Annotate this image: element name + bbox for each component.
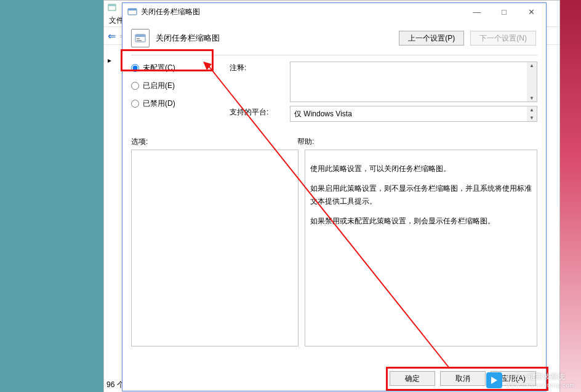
svg-rect-3 (128, 9, 137, 10)
help-text-2: 如果启用此策略设置，则不显示任务栏缩略图，并且系统将使用标准文本提供工具提示。 (310, 182, 532, 207)
radio-enabled-input[interactable] (131, 82, 139, 90)
watermark-line1: 白云一键重装系统 (506, 372, 575, 382)
close-button[interactable]: ✕ (518, 3, 545, 20)
dialog-title: 关闭任务栏缩略图 (141, 7, 200, 17)
svg-rect-5 (135, 34, 145, 37)
svg-rect-7 (137, 40, 142, 41)
radio-enabled[interactable]: 已启用(E) (131, 81, 230, 91)
comment-scrollbar[interactable]: ▲ ▼ (527, 62, 537, 102)
previous-setting-button[interactable]: 上一个设置(P) (399, 31, 464, 46)
svg-rect-6 (137, 38, 140, 39)
desktop-decoration (556, 0, 581, 392)
options-panel (131, 150, 299, 346)
dialog-icon (127, 7, 137, 17)
policy-header-title: 关闭任务栏缩略图 (156, 33, 393, 44)
radio-disabled-input[interactable] (131, 100, 139, 108)
app-icon (108, 3, 116, 12)
platform-scrollbar[interactable]: ▲ ▼ (527, 106, 537, 121)
scroll-down-icon[interactable]: ▼ (529, 95, 534, 102)
help-text-3: 如果禁用或未配置此策略设置，则会显示任务栏缩略图。 (310, 215, 532, 227)
bg-tree-item[interactable]: ▸ (108, 56, 111, 65)
radio-not-configured-label: 未配置(C) (143, 63, 175, 73)
svg-rect-1 (108, 4, 116, 6)
radio-not-configured-input[interactable] (131, 64, 139, 72)
radio-disabled[interactable]: 已禁用(D) (131, 98, 230, 109)
scroll-up-icon[interactable]: ▲ (529, 62, 534, 69)
scroll-up-icon[interactable]: ▲ (529, 106, 534, 113)
toolbar-back-icon[interactable]: ⇐ (108, 30, 116, 42)
minimize-button[interactable]: — (463, 3, 491, 20)
policy-dialog: 关闭任务栏缩略图 — □ ✕ 关闭任务栏缩略图 上一个设置(P) 下一个设置(N… (122, 2, 547, 391)
cancel-button[interactable]: 取消 (440, 371, 486, 386)
platform-label: 支持的平台: (230, 106, 285, 118)
platform-textbox: 仅 Windows Vista ▲ ▼ (290, 106, 537, 122)
radio-disabled-label: 已禁用(D) (143, 98, 175, 109)
radio-not-configured[interactable]: 未配置(C) (131, 63, 230, 73)
options-label: 选项: (131, 137, 297, 147)
ok-button[interactable]: 确定 (390, 371, 435, 386)
titlebar: 关闭任务栏缩略图 — □ ✕ (122, 3, 546, 20)
maximize-button[interactable]: □ (491, 3, 518, 20)
platform-value: 仅 Windows Vista (294, 109, 352, 119)
help-panel: 使用此策略设置，可以关闭任务栏缩略图。 如果启用此策略设置，则不显示任务栏缩略图… (305, 150, 537, 346)
policy-header-icon (131, 29, 150, 47)
next-setting-button: 下一个设置(N) (470, 31, 536, 46)
help-text-1: 使用此策略设置，可以关闭任务栏缩略图。 (310, 162, 532, 175)
watermark: 白云一键重装系统 www.baiyunxitong.com (486, 372, 575, 388)
watermark-logo-icon (486, 372, 502, 388)
radio-enabled-label: 已启用(E) (143, 81, 175, 91)
comment-label: 注释: (230, 62, 285, 73)
scroll-down-icon[interactable]: ▼ (529, 114, 534, 121)
comment-textbox[interactable]: ▲ ▼ (290, 62, 537, 102)
help-label: 帮助: (297, 137, 314, 147)
watermark-line2: www.baiyunxitong.com (506, 382, 575, 388)
